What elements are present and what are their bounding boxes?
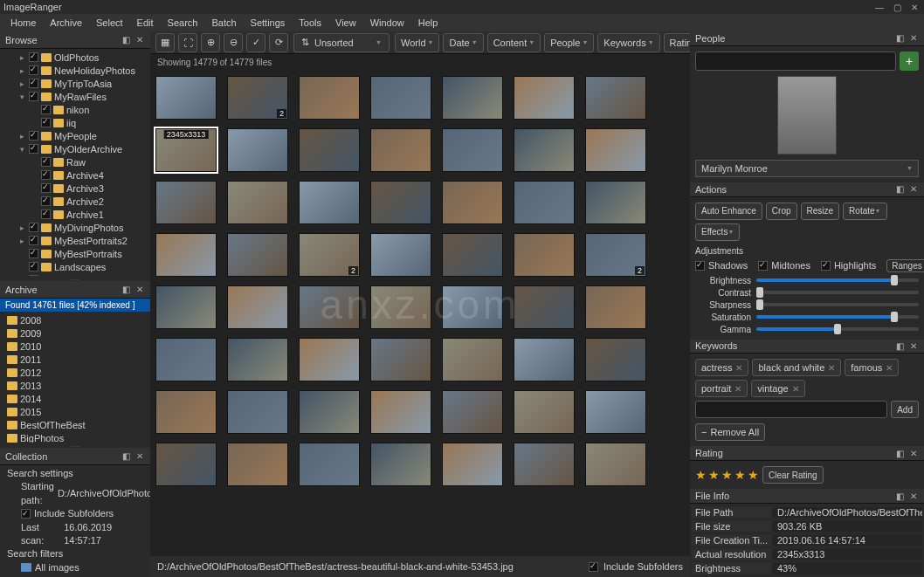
thumbnail[interactable] [370,285,431,329]
thumbnail[interactable] [155,390,217,434]
thumbnail[interactable] [370,128,431,172]
remove-tag-icon[interactable]: ✕ [828,363,835,373]
expand-icon[interactable]: ▾ [17,93,26,101]
undock-icon[interactable]: ◧ [894,33,905,44]
brightness-slider[interactable] [756,278,919,282]
remove-all-keywords-button[interactable]: − Remove All [695,423,765,441]
add-person-button[interactable]: + [900,52,919,71]
undock-icon[interactable]: ◧ [894,491,905,501]
filter-people[interactable]: People▼ [544,33,594,52]
tree-item[interactable]: ▸MyPeople [0,129,150,142]
thumbnail[interactable] [514,285,575,329]
checkbox-icon[interactable] [29,249,38,258]
checkbox-icon[interactable] [29,223,38,232]
thumbnail[interactable] [370,76,431,120]
menu-batch[interactable]: Batch [204,15,243,31]
expand-icon[interactable]: ▸ [17,53,26,62]
menu-tools[interactable]: Tools [292,15,328,31]
tree-item[interactable]: ▸NewHolidayPhotos [0,64,150,77]
star-icon[interactable]: ★ [734,468,746,482]
include-subfolders-toggle[interactable]: Include Subfolders [589,561,683,572]
thumbnail[interactable] [299,390,360,434]
menu-edit[interactable]: Edit [130,15,161,31]
thumbnail[interactable] [299,285,360,329]
thumbnail[interactable] [442,338,503,381]
thumbnail[interactable] [514,338,575,381]
thumbnail[interactable] [585,338,646,381]
thumbnail[interactable] [299,128,360,172]
undock-icon[interactable]: ◧ [894,448,905,458]
thumbnail[interactable] [155,76,217,120]
thumbnail[interactable] [155,338,217,381]
checkbox-icon[interactable] [29,131,38,141]
thumbnail[interactable] [442,128,503,172]
star-icon[interactable]: ★ [708,468,720,482]
close-panel-icon[interactable]: ✕ [908,184,919,195]
expand-icon[interactable]: ▾ [17,145,26,154]
checkbox-icon[interactable] [41,183,51,193]
tree-item[interactable]: ▾MyOlderArchive [0,142,150,155]
expand-icon[interactable]: ▸ [17,223,26,232]
tree-item[interactable]: ▸OldPhotos [0,51,150,64]
thumbnail[interactable] [227,128,288,172]
thumbnail[interactable] [585,390,646,434]
checkbox-icon[interactable] [29,92,38,101]
thumbnail[interactable] [227,285,288,329]
tree-item[interactable]: iiq [0,116,150,129]
menu-settings[interactable]: Settings [244,15,293,31]
keyword-tag[interactable]: vintage✕ [751,380,804,397]
checkbox-icon[interactable] [41,210,51,219]
thumbnail[interactable] [227,181,288,224]
effects-button[interactable]: Effects ▼ [695,223,740,241]
include-subfolders-row[interactable]: Include Subfolders [7,507,143,520]
checkbox-icon[interactable] [29,52,38,62]
thumbnail[interactable] [370,181,431,224]
tree-item[interactable]: Archive2 [0,195,150,208]
crop-button[interactable]: Crop [766,203,797,220]
menu-search[interactable]: Search [161,15,205,31]
close-panel-icon[interactable]: ✕ [908,33,919,44]
undock-icon[interactable]: ◧ [121,285,131,295]
remove-tag-icon[interactable]: ✕ [886,363,893,373]
thumbnail[interactable] [227,338,288,381]
maximize-icon[interactable]: ▢ [891,3,903,11]
resize-button[interactable]: Resize [801,203,840,220]
undock-icon[interactable]: ◧ [121,451,131,462]
thumbnail[interactable] [370,443,431,486]
checkbox-icon[interactable] [29,65,38,75]
thumbnail[interactable] [155,285,217,329]
thumbnail[interactable] [370,338,431,381]
thumbnail[interactable] [514,443,575,486]
thumbnail[interactable] [585,285,646,329]
expand-icon[interactable]: ▸ [17,237,26,245]
close-panel-icon[interactable]: ✕ [134,451,145,462]
shadows-checkbox[interactable]: Shadows [695,260,748,271]
close-panel-icon[interactable]: ✕ [134,285,145,295]
thumbnail[interactable] [442,76,503,120]
tree-item[interactable]: ▸MyDivingPhotos [0,221,150,234]
archive-item[interactable]: 2008 [0,313,150,326]
keyword-tag[interactable]: actress✕ [695,359,748,376]
archive-item[interactable]: BigPhotos [0,431,150,443]
star-icon[interactable]: ★ [695,468,707,482]
thumbnail[interactable] [299,181,360,224]
tree-item[interactable]: ▾MyRawFiles [0,90,150,103]
thumbnail[interactable] [227,390,288,434]
tree-item[interactable]: Archive4 [0,168,150,182]
check-icon[interactable]: ✓ [246,33,265,52]
thumbnail[interactable] [514,128,575,172]
keyword-tag[interactable]: famous✕ [845,359,899,376]
minimize-icon[interactable]: — [873,3,886,11]
checkbox-icon[interactable] [29,79,38,88]
thumbnail[interactable]: 2 [585,233,646,277]
checkbox-icon[interactable] [29,144,38,154]
menu-select[interactable]: Select [89,15,130,31]
checkbox-icon[interactable] [41,118,51,127]
thumbnail[interactable] [155,443,217,486]
checkbox-icon[interactable] [41,105,51,114]
thumbnail[interactable]: 2 [227,76,288,120]
saturation-slider[interactable] [756,315,919,319]
person-select[interactable]: Marilyn Monroe ▼ [695,160,919,177]
clear-rating-button[interactable]: Clear Rating [762,466,824,484]
menu-archive[interactable]: Archive [43,15,89,31]
